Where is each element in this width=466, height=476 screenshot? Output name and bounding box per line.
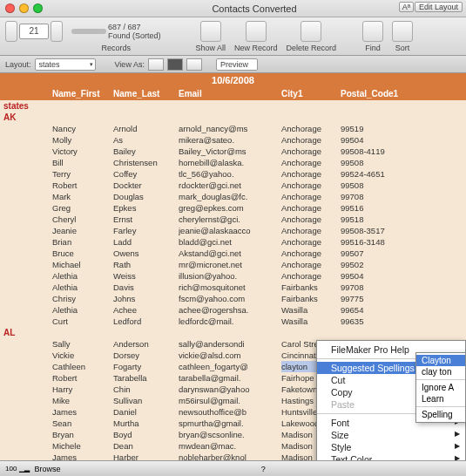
table-row[interactable]: RobertDockterrdockter@gci.netAnchorage99…	[0, 180, 466, 191]
table-row[interactable]: GregEpkesgreg@epkes.comAnchorage99516	[0, 202, 466, 214]
viewas-label: View As:	[115, 60, 145, 69]
state-label: AL	[0, 327, 466, 338]
table-row[interactable]: AlethiaDavisrich@mosquitonetFairbanks997…	[0, 282, 466, 293]
spell-spelling[interactable]: Spelling	[416, 409, 465, 420]
table-row[interactable]: CurtLedfordledfordc@mail.Wasilla99635	[0, 316, 466, 327]
help-q[interactable]: ?	[261, 465, 266, 473]
record-status: Found (Sorted)	[108, 31, 161, 40]
zoom-icon[interactable]	[33, 3, 43, 13]
view-form-button[interactable]	[148, 58, 164, 71]
mode-browse[interactable]: Browse	[35, 465, 61, 473]
table-row[interactable]: BillChristensenhomebill@alaska.Anchorage…	[0, 157, 466, 168]
spell-ignore[interactable]: Ignore A	[416, 382, 465, 393]
show-all-button[interactable]	[200, 21, 221, 42]
layout-label: Layout:	[5, 60, 31, 69]
spelling-submenu: Clayton clay ton Ignore A Learn Spelling	[415, 352, 466, 423]
preview-button[interactable]: Preview	[216, 58, 258, 71]
state-label: AK	[0, 112, 466, 123]
table-row[interactable]: BrianLaddbladd@gci.netAnchorage99516-314…	[0, 236, 466, 248]
table-row[interactable]: AlethiaAcheeachee@rogershsa.Wasilla99654	[0, 304, 466, 316]
delete-record-button[interactable]	[301, 21, 321, 42]
date-header: 10/6/2008	[0, 73, 466, 87]
minimize-icon[interactable]	[19, 3, 29, 13]
edit-layout-button[interactable]: Edit Layout	[415, 2, 463, 12]
table-row[interactable]: MichaelRathmr@micronet.netAnchorage99502	[0, 259, 466, 270]
sort-button[interactable]	[392, 21, 413, 42]
table-row[interactable]: MollyAsmikera@sateo.Anchorage99504	[0, 134, 466, 146]
table-row[interactable]: JeanieFarleyjeanie@alaskaaccoAnchorage99…	[0, 225, 466, 236]
toolbar: 21 687 / 687 Found (Sorted) Records Show…	[0, 17, 466, 56]
table-row[interactable]: ChrisyJohnsfscm@yahoo.comFairbanks99775	[0, 293, 466, 304]
view-table-button[interactable]	[186, 58, 202, 71]
spell-clayton[interactable]: Clayton	[416, 355, 465, 366]
table-row[interactable]: BruceOwensAkstand@gci.netAnchorage99507	[0, 248, 466, 259]
ctx-style[interactable]: Style	[317, 441, 465, 453]
spell-learn[interactable]: Learn	[416, 393, 465, 405]
next-record-button[interactable]	[51, 21, 63, 42]
record-number-field[interactable]: 21	[19, 24, 49, 39]
view-list-button[interactable]	[167, 58, 183, 71]
prev-record-button[interactable]	[5, 21, 17, 42]
find-button[interactable]	[362, 21, 383, 42]
table-row[interactable]: VictoryBaileyBailey_Victor@msAnchorage99…	[0, 146, 466, 157]
new-record-button[interactable]	[246, 21, 267, 42]
status-bar: 100 ▁▂ Browse ?	[0, 460, 466, 476]
spell-clay-ton[interactable]: clay ton	[416, 366, 465, 377]
state-label: states	[0, 100, 466, 112]
layout-select[interactable]: states	[35, 58, 96, 71]
table-row[interactable]: CherylErnstcherylernst@gci.Anchorage9951…	[0, 214, 466, 225]
text-format-button[interactable]: Aª	[399, 2, 414, 12]
close-icon[interactable]	[5, 3, 15, 13]
table-row[interactable]: TerryCoffeytlc_56@yahoo.Anchorage99524-4…	[0, 168, 466, 180]
content-area: 10/6/2008 Name_First Name_Last Email Cit…	[0, 73, 466, 476]
records-label: Records	[102, 44, 132, 52]
record-count: 687 / 687	[108, 23, 161, 31]
table-row[interactable]: NancyArnoldarnold_nancy@msAnchorage99519	[0, 123, 466, 134]
ctx-size[interactable]: Size	[317, 429, 465, 441]
record-slider[interactable]	[71, 29, 106, 34]
column-headers: Name_First Name_Last Email City1 Postal_…	[0, 87, 466, 100]
table-row[interactable]: AlethiaWeissillusion@yahoo.Anchorage9950…	[0, 270, 466, 282]
table-row[interactable]: MarkDouglasmark_douglas@fc.Anchorage9970…	[0, 191, 466, 202]
layout-bar: Layout: states View As: Preview Aª Edit …	[0, 56, 466, 73]
